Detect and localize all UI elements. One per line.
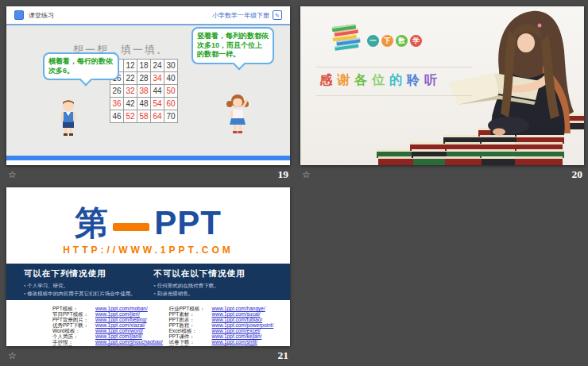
footer-link-row: 字体下载：www.1ppt.com/ziti/	[169, 345, 287, 346]
table-cell: 58	[137, 110, 151, 123]
usage-terms-band: 可以在下列情况使用 个人学习、研究。修改模板中的内容用于其它幻灯片场合中使用。 …	[6, 264, 290, 300]
cartoon-girl	[226, 92, 250, 137]
speech-bubble-right: 竖着看，每列的数都依次多10，而且个位上的数都一样。	[191, 27, 274, 64]
footer-link[interactable]: www.1ppt.com/ziti/	[212, 345, 255, 346]
lesson-section-label: 课堂练习	[29, 11, 54, 20]
footer-link-row: 教案下载：www.1ppt.com/jiaoan/	[52, 345, 169, 346]
table-cell: 32	[124, 85, 137, 98]
subject-badge: 数	[396, 35, 408, 47]
thanks-char: 听	[424, 73, 437, 87]
animation-indicator-icon: ☆	[8, 170, 17, 179]
table-cell: 50	[164, 85, 178, 98]
thanks-char: 位	[372, 73, 385, 87]
slide-19-thumbnail[interactable]: 课堂练习 小学数学一年级下册 ✎ 想一想，填一填。 61218243016222…	[6, 6, 290, 165]
divider-line-top	[316, 67, 472, 67]
footer-links-section: PPT模板：www.1ppt.com/moban/节日PPT模板：www.1pp…	[52, 306, 287, 346]
slide-20-tile: 一下数学 感谢各位的聆听 ☆ 20	[300, 6, 584, 183]
thanks-char: 谢	[337, 73, 350, 87]
slide-20-number: 20	[572, 168, 583, 181]
thanks-char: 的	[389, 73, 402, 87]
animation-indicator-icon: ☆	[302, 170, 311, 179]
table-cell: 30	[164, 60, 178, 72]
footer-links-right-column: 行业PPT模板：www.1ppt.com/hangye/PPT素材：www.1p…	[169, 306, 287, 346]
footer-link-label: 字体下载：	[169, 345, 212, 346]
slide-header-bar: 课堂练习 小学数学一年级下册 ✎	[6, 6, 290, 25]
table-cell: 38	[137, 85, 151, 98]
table-cell: 40	[164, 72, 178, 85]
table-cell: 44	[151, 85, 164, 98]
table-cell: 42	[124, 98, 137, 110]
table-cell: 22	[124, 72, 137, 85]
usage-allowed-list: 个人学习、研究。修改模板中的内容用于其它幻灯片场合中使用。	[24, 282, 154, 298]
subject-badges: 一下数学	[367, 35, 422, 47]
table-cell: 36	[110, 98, 124, 110]
slide-footer-bar	[6, 156, 290, 160]
first-ppt-logo: 第 PPT	[6, 206, 290, 240]
usage-forbidden-heading: 不可以在以下情况使用	[154, 268, 284, 279]
table-cell: 18	[137, 60, 151, 72]
slide-21-thumbnail[interactable]: 第 PPT HTTP://WWW.1PPT.COM 可以在下列情况使用 个人学习…	[6, 187, 290, 346]
speech-bubble-left: 横着看，每行的数依次多6。	[43, 52, 119, 80]
thanks-char: 聆	[407, 73, 420, 87]
table-cell: 48	[137, 98, 151, 110]
logo-ppt-text: PPT	[154, 206, 222, 240]
table-cell: 12	[124, 60, 137, 72]
divider-line-bottom	[316, 95, 472, 96]
table-cell: 46	[110, 110, 124, 123]
usage-allowed-column: 可以在下列情况使用 个人学习、研究。修改模板中的内容用于其它幻灯片场合中使用。	[24, 268, 154, 300]
slide-19-tile: 课堂练习 小学数学一年级下册 ✎ 想一想，填一填。 61218243016222…	[6, 6, 290, 183]
subject-badge: 一	[367, 35, 379, 47]
thanks-title: 感谢各位的聆听	[319, 72, 442, 89]
thanks-char: 各	[354, 73, 367, 87]
edit-icon: ✎	[273, 10, 282, 20]
footer-links-left-column: PPT模板：www.1ppt.com/moban/节日PPT模板：www.1pp…	[52, 306, 169, 346]
subject-badge: 下	[381, 35, 393, 47]
table-cell: 24	[151, 60, 164, 72]
footer-link-label: 教案下载：	[52, 345, 95, 346]
table-cell: 34	[151, 72, 164, 85]
cartoon-boy	[57, 97, 79, 137]
table-cell: 64	[151, 110, 164, 123]
number-table: 6121824301622283440263238445036424854604…	[110, 59, 178, 123]
usage-term-item: 刻录光碟销售。	[154, 290, 284, 298]
thanks-char: 感	[319, 73, 332, 87]
slide-20-thumbnail[interactable]: 一下数学 感谢各位的聆听	[300, 6, 584, 165]
usage-term-item: 修改模板中的内容用于其它幻灯片场合中使用。	[24, 290, 154, 298]
course-name-label: 小学数学一年级下册	[212, 11, 269, 20]
book-stack-icon	[329, 24, 362, 56]
logo-yi-dash	[113, 223, 149, 231]
usage-term-item: 个人学习、研究。	[24, 282, 154, 290]
table-cell: 28	[137, 72, 151, 85]
slide-21-number: 21	[278, 349, 289, 362]
usage-term-item: 任何形式的在线付费下载。	[154, 282, 284, 290]
table-cell: 26	[110, 85, 124, 98]
subject-badge: 学	[410, 35, 422, 47]
table-cell: 54	[151, 98, 164, 110]
usage-allowed-heading: 可以在下列情况使用	[24, 268, 154, 279]
reading-girl	[448, 11, 574, 136]
logo-di-char: 第	[75, 206, 108, 240]
usage-forbidden-list: 任何形式的在线付费下载。刻录光碟销售。	[154, 282, 284, 298]
slide-21-tile: 第 PPT HTTP://WWW.1PPT.COM 可以在下列情况使用 个人学习…	[6, 187, 290, 364]
blue-square-icon	[14, 10, 24, 20]
table-cell: 60	[164, 98, 178, 110]
animation-indicator-icon: ☆	[8, 351, 17, 360]
logo-url-text: HTTP://WWW.1PPT.COM	[6, 245, 290, 256]
table-cell: 52	[124, 110, 137, 123]
slide-19-number: 19	[278, 168, 289, 181]
table-cell: 70	[164, 110, 178, 123]
slide-sorter-canvas: 课堂练习 小学数学一年级下册 ✎ 想一想，填一填。 61218243016222…	[0, 0, 588, 366]
footer-link[interactable]: www.1ppt.com/jiaoan/	[95, 345, 145, 346]
usage-forbidden-column: 不可以在以下情况使用 任何形式的在线付费下载。刻录光碟销售。	[154, 268, 284, 300]
